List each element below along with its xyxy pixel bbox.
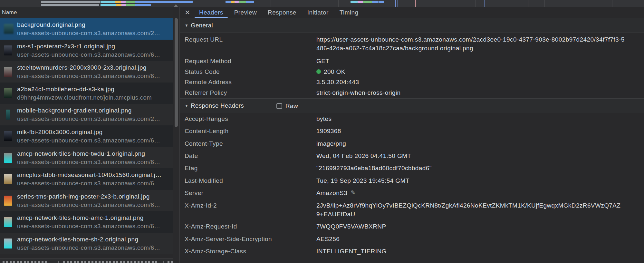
overview-request-bar (135, 1, 193, 3)
details-tab-bar: ✕ HeadersPreviewResponseInitiatorTiming (180, 7, 644, 18)
header-name: Request Method (185, 56, 316, 66)
request-thumbnail (4, 217, 12, 227)
header-name: Accept-Ranges (185, 114, 316, 124)
overview-request-bar (246, 1, 254, 3)
request-row[interactable]: amcp-network-tiles-home-twdu-1.original.… (0, 147, 173, 169)
request-domain: user-assets-unbounce-com.s3.amazonaws.co… (17, 244, 171, 252)
request-domain: d9hhrg4mnvzow.cloudfront.net/join.amcplu… (17, 93, 171, 102)
header-row: Last-Modified Tue, 19 Sep 2023 19:45:54 … (180, 176, 644, 188)
request-row[interactable]: mobile-background-gradient.original.png … (0, 104, 173, 125)
overview-event-line (485, 0, 485, 7)
request-name: series-tms-parish-img-poster-2x3-b.origi… (17, 192, 171, 201)
header-row: X-Amz-Server-Side-Encryption AES256 (180, 234, 644, 246)
request-row[interactable]: series-tms-parish-img-poster-2x3-b.origi… (0, 190, 173, 211)
overview-event-line (398, 0, 398, 7)
overview-grid-tick (338, 0, 339, 7)
overview-request-bar (121, 1, 126, 3)
header-name: Referrer Policy (185, 88, 316, 98)
network-overview-timeline[interactable] (0, 0, 644, 7)
request-domain: user-assets-unbounce-com.s3.amazonaws.co… (17, 158, 171, 166)
tab-preview[interactable]: Preview (234, 7, 257, 18)
tab-response[interactable]: Response (267, 7, 297, 18)
close-icon[interactable]: ✕ (183, 8, 192, 17)
header-row: Accept-Ranges bytes (180, 114, 644, 126)
header-value: Wed, 04 Feb 2026 04:41:50 GMT (316, 151, 644, 161)
request-name: mobile-background-gradient.original.png (17, 106, 171, 115)
section-response-headers[interactable]: ▼ Response Headers Raw (180, 98, 644, 113)
raw-toggle: Raw (276, 99, 298, 113)
list-scrollbar[interactable] (173, 7, 180, 263)
header-row: X-Amz-Id-2 2JvB/iip+Az8rVf9hqYiOy7vIBEZQ… (180, 200, 644, 221)
overview-request-bar (41, 1, 100, 3)
overview-request-bar (226, 1, 231, 3)
tab-timing[interactable]: Timing (339, 7, 359, 18)
status-text-remnant (168, 261, 173, 263)
request-thumbnail (4, 24, 14, 34)
request-row[interactable]: steeltownmurders-2000x3000-2x3.original.… (0, 61, 173, 83)
request-row[interactable]: amcp-network-tiles-home-amc-1.original.p… (0, 211, 173, 233)
header-name: Date (185, 151, 316, 161)
request-name: a2ba24cf-mobilehero-dd-s3-ka.jpg (17, 85, 171, 93)
name-column-header[interactable]: Name (0, 7, 173, 18)
raw-checkbox[interactable] (276, 103, 282, 109)
overview-event-line (395, 0, 396, 7)
header-name: Remote Address (185, 77, 316, 87)
overview-request-bar (363, 1, 372, 3)
header-row: Request Method GET (180, 56, 644, 67)
request-row[interactable]: background.original.png user-assets-unbo… (0, 18, 173, 40)
edit-pencil-icon[interactable]: ✎ (351, 188, 355, 198)
overview-request-bar (351, 1, 358, 3)
header-value: strict-origin-when-cross-origin (316, 88, 644, 98)
response-header-rows: Accept-Ranges bytes Content-Length 19093… (180, 113, 644, 259)
request-name: amcp-network-tiles-home-amc-1.original.p… (17, 214, 171, 222)
request-thumbnail (4, 67, 12, 77)
header-name: X-Amz-Storage-Class (185, 246, 316, 256)
request-thumbnail (4, 174, 12, 184)
header-name: X-Amz-Request-Id (185, 221, 316, 231)
request-domain: user-assets-unbounce-com.s3.amazonaws.co… (17, 115, 171, 123)
request-row[interactable]: a2ba24cf-mobilehero-dd-s3-ka.jpg d9hhrg4… (0, 83, 173, 104)
request-thumbnail (4, 196, 12, 206)
section-general[interactable]: ▼ General (180, 18, 644, 33)
overview-request-bar (115, 1, 121, 3)
status-separator (163, 261, 164, 263)
header-value: GET (316, 56, 644, 66)
request-row[interactable]: amcplus-tdbb-midseasonart-1040x1560.orig… (0, 168, 173, 190)
tab-headers[interactable]: Headers (198, 7, 224, 18)
overview-request-bar (379, 1, 384, 3)
request-thumbnail (6, 110, 10, 120)
header-row: Server AmazonS3 ✎ (180, 188, 644, 200)
request-domain: user-assets-unbounce-com.s3.amazonaws.co… (17, 179, 171, 188)
scrollbar-thumb[interactable] (175, 18, 178, 127)
request-list: background.original.png user-assets-unbo… (0, 18, 173, 254)
header-value: 3.5.30.204:443 (316, 77, 644, 87)
request-thumbnail (4, 153, 12, 163)
overview-request-bar (239, 1, 246, 3)
request-name: amcplus-tdbb-midseasonart-1040x1560.orig… (17, 171, 171, 179)
request-row[interactable]: mlk-fbi-2000x3000.original.jpg user-asse… (0, 125, 173, 147)
header-name: X-Amz-Server-Side-Encryption (185, 234, 316, 244)
tab-initiator[interactable]: Initiator (307, 7, 329, 18)
overview-request-bar (101, 4, 116, 6)
overview-grid-tick (406, 0, 406, 7)
header-row: Content-Length 1909368 (180, 126, 644, 138)
request-row[interactable]: amcp-network-tiles-home-sh-2.original.pn… (0, 233, 173, 254)
details-tabs: HeadersPreviewResponseInitiatorTiming (198, 7, 359, 18)
header-name: X-Amz-Id-2 (185, 200, 316, 210)
overview-event-line (528, 0, 528, 7)
overview-request-bar (358, 1, 363, 3)
header-row: Referrer Policy strict-origin-when-cross… (180, 88, 644, 98)
overview-grid-tick (475, 0, 476, 7)
request-row[interactable]: ms-s1-posterart-2x3-r1.original.jpg user… (0, 40, 173, 61)
overview-request-bar (41, 4, 99, 6)
request-domain: user-assets-unbounce-com.s3.amazonaws.co… (17, 72, 171, 80)
request-name: background.original.png (17, 21, 171, 29)
overview-request-bar (231, 1, 235, 3)
header-name: Content-Length (185, 126, 316, 136)
header-value: Tue, 19 Sep 2023 19:45:54 GMT (316, 176, 644, 186)
header-value: 2JvB/iip+Az8rVf9hqYiOy7vIBEZQiQcKRN8t/Zg… (316, 200, 644, 219)
network-panel: Name background.original.png user-assets… (0, 7, 644, 263)
overview-request-bar (126, 1, 135, 3)
chevron-down-icon: ▼ (185, 103, 188, 108)
overview-request-bar (126, 4, 135, 6)
